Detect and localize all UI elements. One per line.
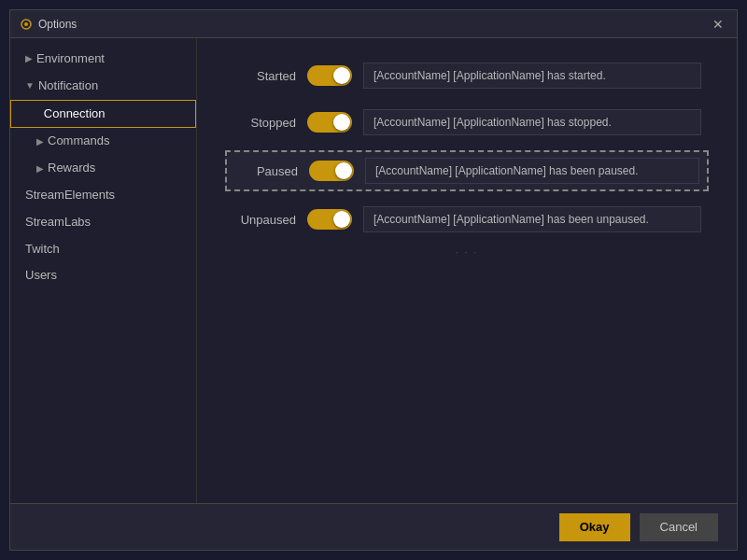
sidebar-item-connection[interactable]: Connection [10, 100, 196, 129]
sidebar-item-notification[interactable]: ▼ Notification [10, 73, 196, 100]
sidebar: ▶ Environment ▼ Notification Connection … [10, 38, 197, 503]
notif-label-stopped: Stopped [233, 116, 307, 130]
arrow-icon: ▼ [25, 78, 35, 93]
sidebar-label: Commands [48, 132, 109, 151]
arrow-icon: ▶ [25, 51, 33, 66]
toggle-knob-stopped [333, 114, 350, 131]
sidebar-item-twitch[interactable]: Twitch [10, 236, 196, 263]
notif-row-stopped: Stopped [AccountName] [ApplicationName] … [225, 104, 709, 141]
notif-text-started[interactable]: [AccountName] [ApplicationName] has star… [363, 63, 701, 89]
sidebar-label: StreamLabs [25, 213, 91, 232]
okay-button[interactable]: Okay [559, 513, 630, 541]
cancel-button[interactable]: Cancel [640, 513, 718, 541]
notif-row-started: Started [AccountName] [ApplicationName] … [225, 57, 709, 94]
options-dialog: Options ✕ ▶ Environment ▼ Notification C… [9, 9, 738, 551]
toggle-knob-unpaused [333, 211, 350, 228]
sidebar-item-users[interactable]: Users [10, 262, 196, 289]
arrow-icon: ▶ [36, 134, 44, 149]
toggle-paused[interactable] [309, 161, 354, 181]
notif-row-unpaused: Unpaused [AccountName] [ApplicationName]… [225, 201, 709, 238]
sidebar-label: Connection [44, 105, 106, 124]
notif-label-unpaused: Unpaused [233, 213, 307, 227]
toggle-started[interactable] [307, 65, 352, 86]
toggle-knob-started [333, 67, 350, 84]
sidebar-label: Twitch [25, 240, 60, 259]
sidebar-item-streamlabs[interactable]: StreamLabs [10, 209, 196, 236]
drag-handle: · · · [225, 247, 709, 258]
dialog-content: ▶ Environment ▼ Notification Connection … [10, 38, 737, 503]
dialog-footer: Okay Cancel [10, 503, 737, 550]
arrow-icon: ▶ [36, 161, 44, 176]
notif-row-paused: Paused [AccountName] [ApplicationName] h… [225, 150, 709, 191]
notif-text-stopped[interactable]: [AccountName] [ApplicationName] has stop… [363, 109, 701, 135]
notif-text-unpaused[interactable]: [AccountName] [ApplicationName] has been… [363, 206, 701, 232]
notif-label-paused: Paused [234, 164, 309, 178]
options-icon [20, 18, 33, 31]
toggle-stopped[interactable] [307, 112, 352, 133]
sidebar-item-streamelements[interactable]: StreamElements [10, 182, 196, 209]
title-bar: Options ✕ [10, 10, 737, 38]
sidebar-item-commands[interactable]: ▶ Commands [10, 128, 196, 155]
window-title: Options [38, 18, 709, 31]
sidebar-item-environment[interactable]: ▶ Environment [10, 46, 196, 73]
sidebar-label: Notification [38, 77, 98, 96]
sidebar-label: Users [25, 266, 57, 286]
notif-text-paused[interactable]: [AccountName] [ApplicationName] has been… [365, 158, 699, 184]
sidebar-label: StreamElements [25, 186, 115, 205]
sidebar-label: Environment [36, 49, 105, 69]
toggle-knob-paused [335, 162, 352, 179]
notification-table: Started [AccountName] [ApplicationName] … [225, 57, 709, 238]
main-panel: Started [AccountName] [ApplicationName] … [197, 38, 737, 503]
close-button[interactable]: ✕ [709, 15, 727, 34]
sidebar-item-rewards[interactable]: ▶ Rewards [10, 155, 196, 182]
toggle-unpaused[interactable] [307, 209, 352, 230]
svg-point-1 [24, 22, 28, 26]
notif-label-started: Started [233, 69, 307, 83]
sidebar-label: Rewards [48, 159, 95, 178]
arrow-icon [37, 106, 40, 121]
